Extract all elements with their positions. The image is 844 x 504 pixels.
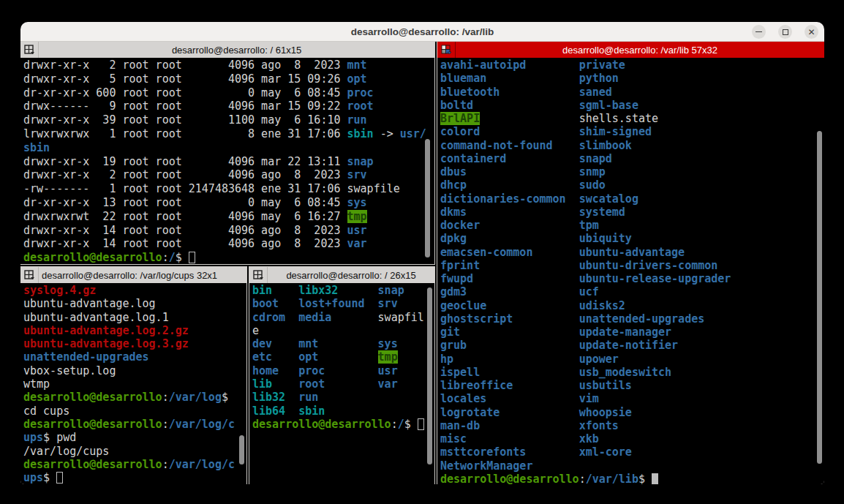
terminal-line: ups$ pwd (23, 431, 246, 444)
pane-titlebar-active[interactable]: desarrollo@desarrollo: /var/lib 57x32 (437, 42, 824, 58)
terminal-line: docker tpm (440, 219, 824, 232)
terminal-line: lrwxrwxrwx 1 root root 8 ene 31 17:06 sb… (23, 127, 434, 141)
terminal-line: drwxrwxrwt 22 root root 4096 may 6 16:27… (23, 210, 434, 224)
terminal-line: fprint ubuntu-drivers-common (440, 259, 824, 272)
group-icon[interactable] (20, 267, 39, 283)
group-icon[interactable] (437, 42, 456, 58)
pane-titlebar[interactable]: desarrollo@desarrollo: /var/log/cups 32x… (20, 267, 246, 283)
terminal-line: drwxr-xr-x 14 root root 4096 ago 8 2023 … (23, 237, 434, 251)
minimize-button[interactable] (752, 25, 766, 39)
terminal-line: geoclue udisks2 (440, 299, 824, 312)
terminal-content[interactable]: drwxr-xr-x 2 root root 4096 ago 8 2023 m… (20, 58, 434, 264)
terminal-line: bluetooth saned (440, 86, 824, 99)
terminal-line: NetworkManager (440, 459, 824, 473)
pane-titlebar[interactable]: desarrollo@desarrollo: / 26x15 (249, 267, 434, 283)
close-icon: ✕ (807, 28, 815, 37)
terminal-line: lib64 sbin (252, 405, 434, 418)
scrollbar-handle[interactable] (817, 131, 822, 464)
pane-title: desarrollo@desarrollo: /var/log/cups 32x… (39, 267, 246, 283)
terminal-line: ghostscript unattended-upgrades (440, 312, 824, 326)
terminal-content[interactable]: avahi-autoipd privateblueman pythonbluet… (437, 58, 824, 484)
terminal-line: drwxr-xr-x 39 root root 1100 may 6 16:10… (23, 113, 434, 127)
group-grid-icon (253, 270, 264, 280)
terminal-line: dhcp sudo (440, 178, 824, 192)
terminal-line: git update-manager (440, 326, 824, 339)
terminal-line: grub update-notifier (440, 339, 824, 352)
terminal-line: desarrollo@desarrollo:/var/log/c (23, 418, 246, 431)
terminal-line: desarrollo@desarrollo:/var/lib$ (440, 473, 824, 484)
maximize-button[interactable] (778, 25, 792, 39)
terminal-line: drwxr-xr-x 19 root root 4096 mar 22 13:1… (23, 155, 434, 169)
terminal-line: drwxr-xr-x 5 root root 4096 mar 15 09:26… (23, 72, 434, 86)
terminal-content[interactable]: bin libx32 snapboot lost+found srvcdrom … (249, 283, 434, 484)
terminal-line: /var/log/cups (23, 445, 246, 458)
terminal-line: drwxr-xr-x 2 root root 4096 ago 8 2023 m… (23, 59, 434, 72)
terminal-line: cdrom media swapfil (252, 311, 434, 324)
terminal-line: ubuntu-advantage.log.1 (23, 311, 246, 324)
terminal-line: lib32 run (252, 391, 434, 404)
window-title: desarrollo@desarrollo: /var/lib (351, 26, 494, 37)
terminal-line: msttcorefonts xml-core (440, 445, 824, 459)
terminal-line: command-not-found slimbook (440, 139, 824, 152)
terminator-window: desarrollo@desarrollo: /var/lib ✕ desarr… (20, 22, 824, 484)
scrollbar-handle[interactable] (425, 139, 430, 257)
terminal-line: -rw------- 1 root root 2147483648 ene 31… (23, 182, 434, 196)
terminal-line: drwxr-xr-x 2 root root 4096 ago 8 2023 s… (23, 168, 434, 182)
cursor-hollow (418, 418, 424, 430)
pane-title: desarrollo@desarrollo: / 61x15 (39, 42, 434, 58)
terminal-line: vbox-setup.log (23, 364, 246, 377)
group-icon[interactable] (20, 42, 39, 58)
group-icon[interactable] (249, 267, 268, 283)
pane-title: desarrollo@desarrollo: /var/lib 57x32 (456, 42, 824, 58)
window-titlebar[interactable]: desarrollo@desarrollo: /var/lib ✕ (20, 22, 824, 42)
scrollbar-handle[interactable] (239, 435, 244, 464)
terminal-line: ubuntu-advantage.log.2.gz (23, 324, 246, 337)
terminal-line: emacsen-common ubuntu-advantage (440, 246, 824, 259)
terminal-line: desarrollo@desarrollo:/$ (23, 251, 434, 264)
window-controls: ✕ (752, 22, 818, 42)
terminal-line: etc opt tmp (252, 350, 434, 364)
terminal-line: man-db xfonts (440, 419, 824, 432)
terminal-line: BrlAPI shells.state (440, 112, 824, 125)
terminal-line: logrotate whoopsie (440, 406, 824, 419)
terminal-line: unattended-upgrades (23, 350, 246, 364)
terminal-line: fwupd ubuntu-release-upgrader (440, 272, 824, 285)
terminal-line: gdm3 ucf (440, 285, 824, 298)
terminal-line: bin libx32 snap (252, 284, 434, 297)
terminal-line: wtmp (23, 377, 246, 391)
pane-titlebar[interactable]: desarrollo@desarrollo: / 61x15 (20, 42, 434, 58)
terminal-content[interactable]: syslog.4.gzubuntu-advantage.logubuntu-ad… (20, 283, 246, 484)
terminal-line: dkms systemd (440, 206, 824, 219)
terminal-line: colord shim-signed (440, 125, 824, 138)
terminal-pane-var-log-cups: desarrollo@desarrollo: /var/log/cups 32x… (20, 267, 246, 484)
terminal-line: ups$ (23, 471, 246, 484)
terminal-line: cd cups (23, 405, 246, 418)
terminal-line: ispell usb_modeswitch (440, 366, 824, 379)
terminal-line: desarrollo@desarrollo:/var/log$ (23, 391, 246, 404)
terminal-line: dpkg ubiquity (440, 232, 824, 245)
terminal-line: lib root var (252, 377, 434, 391)
terminal-line: drwxr-xr-x 14 root root 4096 ago 8 2023 … (23, 224, 434, 238)
terminal-line: home proc usr (252, 364, 434, 377)
terminal-pane-var-lib: desarrollo@desarrollo: /var/lib 57x32 av… (437, 42, 824, 484)
terminal-line: dictionaries-common swcatalog (440, 192, 824, 206)
group-grid-icon (24, 270, 35, 280)
cursor-hollow (56, 472, 63, 484)
scrollbar-handle[interactable] (427, 287, 432, 464)
terminal-line: dbus snmp (440, 165, 824, 178)
group-grid-icon (24, 45, 35, 55)
terminal-pane-root-columns: desarrollo@desarrollo: / 26x15 bin libx3… (249, 267, 434, 484)
terminal-line: ubuntu-advantage.log (23, 297, 246, 310)
terminal-pane-root-ls: desarrollo@desarrollo: / 61x15 drwxr-xr-… (20, 42, 434, 264)
terminal-line: containerd snapd (440, 152, 824, 165)
terminal-line: e (252, 324, 434, 337)
terminal-line: locales vim (440, 392, 824, 405)
terminal-line: dr-xr-xr-x 600 root root 0 may 6 08:45 p… (23, 86, 434, 100)
terminal-line: dr-xr-xr-x 13 root root 0 may 6 08:45 sy… (23, 196, 434, 210)
group-grid-icon (441, 45, 452, 55)
terminal-line: dev mnt sys (252, 337, 434, 350)
pane-title: desarrollo@desarrollo: / 26x15 (268, 267, 434, 283)
maximize-icon (783, 29, 788, 35)
close-button[interactable]: ✕ (805, 25, 818, 39)
terminal-line: misc xkb (440, 432, 824, 445)
